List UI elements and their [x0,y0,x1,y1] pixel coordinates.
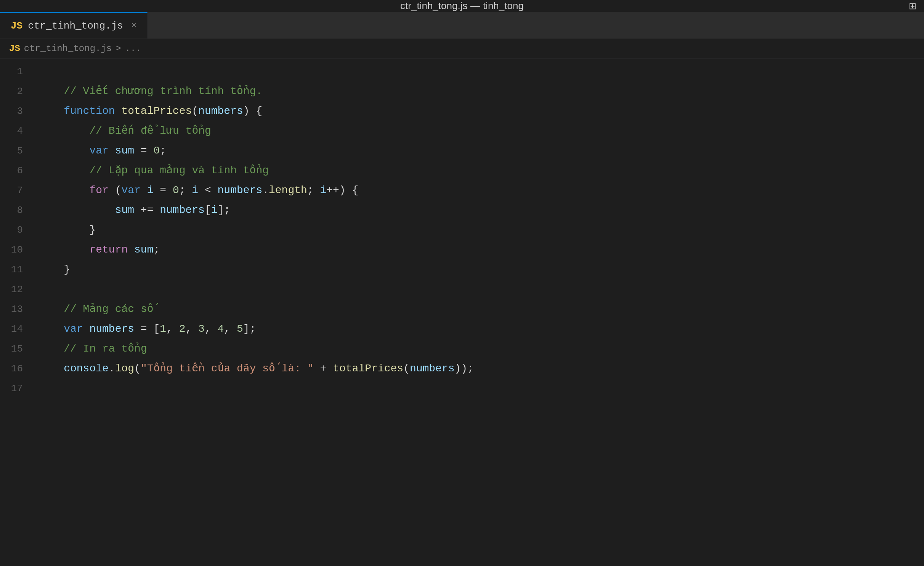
line-number: 14 [0,319,34,339]
code-area: 12 // Viết chương trình tính tổng.3 func… [0,59,924,398]
token-comment: // Viết chương trình tính tổng. [38,85,262,97]
tab-bar: JS ctr_tinh_tong.js × [0,12,924,39]
line-content: // Mảng các số [34,299,924,319]
token-plain: . [262,184,269,196]
token-plain: , [166,323,179,335]
token-plain: ; [160,145,166,157]
line-content: var numbers = [1, 2, 3, 4, 5]; [34,319,924,339]
code-line: 13 // Mảng các số [0,299,924,319]
tab-ctr-tinh-tong[interactable]: JS ctr_tinh_tong.js × [0,12,148,38]
line-number: 3 [0,101,34,121]
token-plain: ) { [243,105,262,117]
token-var-name: numbers [410,363,455,374]
token-plain: , [186,323,199,335]
token-plain: ( [192,105,198,117]
line-number: 6 [0,161,34,181]
line-content: // In ra tổng [34,339,924,359]
line-content: // Lặp qua mảng và tính tổng [34,161,924,181]
token-plain: , [205,323,218,335]
code-line: 6 // Lặp qua mảng và tính tổng [0,161,924,181]
window-controls[interactable]: ⊞ [909,1,916,11]
line-content: // Biến để lưu tổng [34,121,924,141]
token-kw-return: return [38,244,134,256]
line-content: for (var i = 0; i < numbers.length; i++)… [34,181,924,200]
line-number: 1 [0,62,34,82]
code-line: 4 // Biến để lưu tổng [0,121,924,141]
token-number: 0 [153,145,160,157]
code-line: 15 // In ra tổng [0,339,924,359]
code-line: 2 // Viết chương trình tính tổng. [0,82,924,101]
code-line: 14 var numbers = [1, 2, 3, 4, 5]; [0,319,924,339]
breadcrumb-filename: ctr_tinh_tong.js [24,43,112,54]
token-fn-name: totalPrices [121,105,192,117]
token-plain: )); [455,363,474,374]
line-number: 17 [0,379,34,398]
line-content: function totalPrices(numbers) { [34,101,924,121]
token-plain: + [314,363,333,374]
js-icon: JS [11,20,22,32]
line-number: 12 [0,280,34,299]
line-number: 5 [0,141,34,161]
token-kw-var: var [38,145,115,157]
token-plain: , [224,323,237,335]
token-kw-for: for [38,184,115,196]
token-var-name: numbers [89,323,134,335]
line-content: var sum = 0; [34,141,924,161]
token-var-name: i [211,204,218,216]
token-var-name: sum [134,244,153,256]
line-number: 9 [0,220,34,240]
code-line: 12 [0,280,924,299]
line-content: return sum; [34,240,924,260]
token-number: 0 [173,184,179,196]
token-var-name: sum [38,204,134,216]
line-number: 16 [0,359,34,379]
token-kw-function: function [38,105,121,117]
token-plain: ]; [218,204,231,216]
title-bar: ctr_tinh_tong.js — tinh_tong ⊞ [0,0,924,12]
layout-icon[interactable]: ⊞ [909,1,916,11]
token-fn-name: log [115,363,134,374]
token-kw-var: var [38,323,89,335]
token-var-name: numbers [160,204,205,216]
token-kw-var: var [121,184,147,196]
token-plain: ( [134,363,141,374]
token-plain: ; [307,184,320,196]
code-line: 8 sum += numbers[i]; [0,200,924,220]
token-plain: . [109,363,115,374]
token-plain: = [153,184,172,196]
token-var-name: numbers [218,184,263,196]
code-line: 7 for (var i = 0; i < numbers.length; i+… [0,181,924,200]
token-plain: += [134,204,160,216]
code-line: 10 return sum; [0,240,924,260]
token-plain: [ [205,204,211,216]
token-number: 2 [179,323,186,335]
line-number: 4 [0,121,34,141]
line-number: 11 [0,260,34,280]
breadcrumb-separator: > [116,43,121,54]
code-line: 5 var sum = 0; [0,141,924,161]
line-number: 13 [0,299,34,319]
breadcrumb-js-icon: JS [9,43,20,54]
line-content: } [34,260,924,280]
token-comment: // Mảng các số [38,303,154,315]
code-line: 1 [0,62,924,82]
token-plain: } [38,224,96,236]
tab-close-button[interactable]: × [132,21,136,30]
line-content: sum += numbers[i]; [34,200,924,220]
token-fn-name: totalPrices [333,363,403,374]
breadcrumb: JS ctr_tinh_tong.js > ... [0,39,924,59]
token-plain: = [134,145,153,157]
token-number: 3 [198,323,205,335]
editor[interactable]: 12 // Viết chương trình tính tổng.3 func… [0,59,924,566]
token-var-name: sum [115,145,134,157]
code-line: 3 function totalPrices(numbers) { [0,101,924,121]
line-content: } [34,220,924,240]
token-comment: // Lặp qua mảng và tính tổng [38,165,269,176]
token-var-name: i [192,184,198,196]
token-plain: ++) { [326,184,358,196]
token-plain: = [ [134,323,160,335]
token-plain: } [38,264,70,275]
token-plain: ; [179,184,192,196]
line-number: 7 [0,181,34,200]
token-plain: ]; [243,323,256,335]
